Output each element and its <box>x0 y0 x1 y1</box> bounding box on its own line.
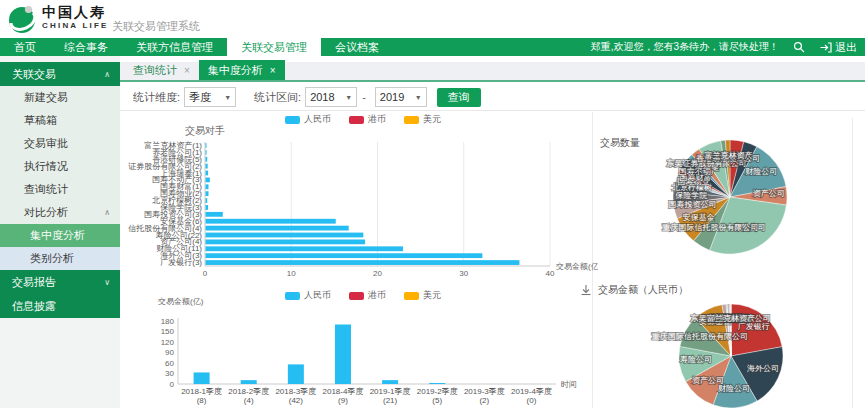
expand-icon: ∨ <box>104 278 110 287</box>
nav-item-0[interactable]: 首页 <box>0 38 50 56</box>
svg-text:2019-3季度: 2019-3季度 <box>464 387 505 396</box>
sidebar-item-10[interactable]: 信息披露 <box>0 294 120 318</box>
transaction-amount-pie: 广发银行海外公司财险公司资产公司寿险公司重庆国际信托股份有限公司安保基金国寿投资… <box>593 296 855 408</box>
svg-text:2019-1季度: 2019-1季度 <box>370 387 411 396</box>
range-to-value: 2019 <box>380 91 404 103</box>
range-to-select[interactable]: 2019 ▼ <box>375 87 427 107</box>
close-icon[interactable]: × <box>184 65 190 76</box>
svg-text:0: 0 <box>203 269 208 278</box>
tab-label: 集中度分析 <box>208 63 263 78</box>
sidebar-item-2[interactable]: 草稿箱 <box>0 109 120 132</box>
svg-text:0: 0 <box>170 380 175 389</box>
logout-label: 退出 <box>835 40 857 55</box>
nav-right: 郑重,欢迎您，您有3条待办，请尽快处理！ 退出 <box>591 38 865 56</box>
logout-icon <box>819 41 832 54</box>
sidebar-item-label: 信息披露 <box>12 299 56 314</box>
counterparty-bar-chart: 交易对手010203040交易金额(亿)富兰克林资产(1)养老险公司(1)香港研… <box>128 112 598 288</box>
svg-text:60: 60 <box>165 359 174 368</box>
svg-text:广发银行: 广发银行 <box>738 322 770 331</box>
logout-button[interactable]: 退出 <box>819 40 857 55</box>
tab-1[interactable]: 集中度分析× <box>199 60 285 80</box>
svg-text:20: 20 <box>373 269 382 278</box>
sidebar: 关联交易∧新建交易草稿箱交易审批执行情况查询统计对比分析∧集中度分析类别分析交易… <box>0 56 120 408</box>
sidebar-item-1[interactable]: 新建交易 <box>0 86 120 109</box>
tab-label: 查询统计 <box>133 63 177 78</box>
tab-0[interactable]: 查询统计× <box>124 60 199 80</box>
svg-text:(0): (0) <box>527 396 537 405</box>
nav-item-3[interactable]: 关联交易管理 <box>227 38 321 56</box>
system-title: 关联交易管理系统 <box>112 19 200 34</box>
sidebar-menu: 关联交易∧新建交易草稿箱交易审批执行情况查询统计对比分析∧集中度分析类别分析交易… <box>0 62 120 318</box>
svg-text:广发银行(3): 广发银行(3) <box>160 258 202 267</box>
sidebar-item-6[interactable]: 对比分析∧ <box>0 201 120 224</box>
nav-item-2[interactable]: 关联方信息管理 <box>122 38 227 56</box>
brand-name-en: CHINA LIFE <box>42 21 109 30</box>
svg-text:重庆国际信托股份有限公司: 重庆国际信托股份有限公司 <box>651 332 748 341</box>
svg-text:(4): (4) <box>244 396 254 405</box>
svg-text:(8): (8) <box>197 396 207 405</box>
divider <box>120 110 865 111</box>
sidebar-item-5[interactable]: 查询统计 <box>0 178 120 201</box>
svg-text:交易金额(亿): 交易金额(亿) <box>158 297 204 306</box>
sidebar-item-label: 交易审批 <box>24 136 68 151</box>
main-nav: 首页综合事务关联方信息管理关联交易管理会议档案 郑重,欢迎您，您有3条待办，请尽… <box>0 38 865 56</box>
svg-text:富兰克林资产: 富兰克林资产 <box>707 314 755 323</box>
svg-text:富兰克林资产: 富兰克林资产 <box>704 151 752 160</box>
svg-text:国寿投资公司: 国寿投资公司 <box>669 200 717 209</box>
sidebar-item-label: 查询统计 <box>24 182 68 197</box>
download-row: 交易金额（人民币） <box>580 283 688 297</box>
svg-text:(21): (21) <box>383 396 398 405</box>
sidebar-item-7[interactable]: 集中度分析 <box>0 224 120 247</box>
svg-text:资产公司: 资产公司 <box>753 189 785 198</box>
svg-text:2018-1季度: 2018-1季度 <box>181 387 222 396</box>
sidebar-item-label: 关联交易 <box>12 67 56 82</box>
sidebar-item-label: 新建交易 <box>24 90 68 105</box>
sidebar-item-8[interactable]: 类别分析 <box>0 247 120 270</box>
svg-text:30: 30 <box>459 269 468 278</box>
svg-text:安保基金: 安保基金 <box>683 213 715 222</box>
svg-text:重庆国际信托股份有限公司: 重庆国际信托股份有限公司 <box>661 223 758 232</box>
range-from-select[interactable]: 2018 ▼ <box>305 87 357 107</box>
svg-text:30: 30 <box>165 369 174 378</box>
sidebar-item-9[interactable]: 交易报告∨ <box>0 270 120 294</box>
svg-text:海外公司: 海外公司 <box>747 364 779 373</box>
svg-text:2019-4季度: 2019-4季度 <box>511 387 552 396</box>
sidebar-item-label: 执行情况 <box>24 159 68 174</box>
nav-item-1[interactable]: 综合事务 <box>50 38 122 56</box>
svg-text:交易金额(亿): 交易金额(亿) <box>556 262 598 271</box>
tab-strip: 查询统计×集中度分析× <box>120 62 865 82</box>
sidebar-item-label: 类别分析 <box>30 251 74 266</box>
sidebar-item-3[interactable]: 交易审批 <box>0 132 120 155</box>
app-header: 中国人寿 CHINA LIFE 关联交易管理系统 <box>0 0 865 38</box>
collapse-icon: ∧ <box>104 70 110 79</box>
range-separator: - <box>362 91 366 103</box>
svg-text:(2): (2) <box>479 396 489 405</box>
stat-range-label: 统计区间: <box>254 90 301 105</box>
svg-text:资产公司: 资产公司 <box>692 376 724 385</box>
nav-item-4[interactable]: 会议档案 <box>321 38 393 56</box>
svg-text:180: 180 <box>161 317 175 326</box>
chevron-down-icon: ▼ <box>224 94 231 101</box>
stat-dimension-select[interactable]: 季度 ▼ <box>184 87 236 107</box>
close-icon[interactable]: × <box>270 65 276 76</box>
svg-text:120: 120 <box>161 338 175 347</box>
range-from-value: 2018 <box>310 91 334 103</box>
sidebar-item-4[interactable]: 执行情况 <box>0 155 120 178</box>
svg-text:交易对手: 交易对手 <box>185 125 225 136</box>
china-life-logo <box>8 4 38 34</box>
svg-text:150: 150 <box>161 327 175 336</box>
svg-text:10: 10 <box>287 269 296 278</box>
svg-text:90: 90 <box>165 348 174 357</box>
sidebar-item-label: 草稿箱 <box>24 113 57 128</box>
download-icon[interactable] <box>580 284 592 296</box>
filter-bar: 统计维度: 季度 ▼ 统计区间: 2018 ▼ - 2019 ▼ 查询 <box>120 84 865 110</box>
sidebar-item-0[interactable]: 关联交易∧ <box>0 62 120 86</box>
transaction-count-pie: 广发银行海外公司财险公司资产公司寿险公司重庆国际信托股份有限公司安保基金国寿投资… <box>593 130 855 280</box>
search-button[interactable]: 查询 <box>437 88 481 107</box>
svg-text:2018-2季度: 2018-2季度 <box>228 387 269 396</box>
search-icon[interactable] <box>793 41 805 53</box>
svg-text:(5): (5) <box>432 396 442 405</box>
page: 中国人寿 CHINA LIFE 关联交易管理系统 首页综合事务关联方信息管理关联… <box>0 0 865 408</box>
chevron-down-icon: ▼ <box>345 94 352 101</box>
stat-dimension-label: 统计维度: <box>133 90 180 105</box>
